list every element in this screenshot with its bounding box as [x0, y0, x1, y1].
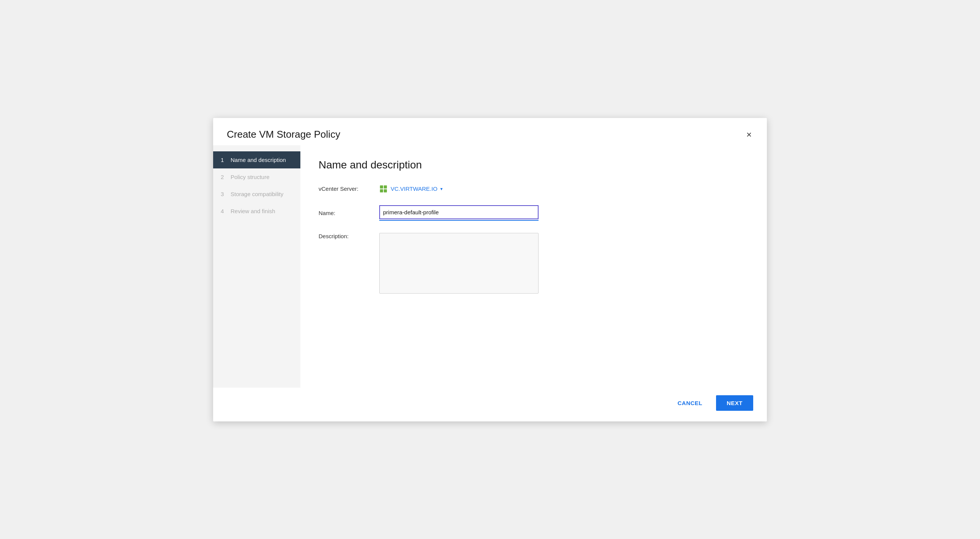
dialog-footer: CANCEL NEXT — [213, 388, 767, 421]
next-button[interactable]: NEXT — [716, 395, 753, 411]
name-input-underline — [379, 220, 539, 221]
step-3-number: 3 — [221, 191, 227, 197]
description-row: Description: — [318, 233, 749, 294]
chevron-down-icon: ▾ — [440, 186, 442, 192]
sidebar-item-policy-structure[interactable]: 2 Policy structure — [213, 169, 301, 186]
name-label: Name: — [318, 210, 379, 216]
svg-rect-2 — [380, 189, 383, 192]
sidebar: 1 Name and description 2 Policy structur… — [213, 145, 301, 388]
step-1-label: Name and description — [231, 157, 286, 163]
svg-rect-3 — [384, 189, 387, 192]
dialog-body: 1 Name and description 2 Policy structur… — [213, 145, 767, 388]
vcenter-server-selector[interactable]: VC.VIRTWARE.IO ▾ — [379, 185, 442, 193]
sidebar-item-review-and-finish[interactable]: 4 Review and finish — [213, 202, 301, 219]
name-row: Name: — [318, 205, 749, 221]
vcenter-label: vCenter Server: — [318, 186, 379, 192]
name-input[interactable] — [380, 207, 538, 217]
name-field-container — [379, 205, 539, 221]
svg-rect-0 — [380, 185, 383, 188]
step-4-label: Review and finish — [231, 208, 275, 214]
sidebar-item-name-and-description[interactable]: 1 Name and description — [213, 151, 301, 169]
main-content: Name and description vCenter Server: VC.… — [301, 145, 767, 388]
vcenter-server-value: VC.VIRTWARE.IO — [391, 186, 437, 192]
close-button[interactable]: × — [745, 129, 753, 141]
step-4-number: 4 — [221, 208, 227, 214]
step-2-number: 2 — [221, 174, 227, 180]
vcenter-icon — [379, 185, 388, 193]
name-field-box — [379, 205, 539, 219]
description-label: Description: — [318, 233, 379, 239]
cancel-button[interactable]: CANCEL — [670, 396, 710, 410]
create-vm-storage-policy-dialog: Create VM Storage Policy × 1 Name and de… — [213, 118, 767, 421]
step-3-label: Storage compatibility — [231, 191, 283, 197]
section-title: Name and description — [318, 159, 749, 171]
svg-rect-1 — [384, 185, 387, 188]
dialog-header: Create VM Storage Policy × — [213, 118, 767, 145]
vcenter-server-row: vCenter Server: VC.VIRTWARE.IO ▾ — [318, 185, 749, 193]
dialog-title: Create VM Storage Policy — [227, 129, 340, 140]
step-2-label: Policy structure — [231, 174, 270, 180]
description-input[interactable] — [379, 233, 539, 294]
step-1-number: 1 — [221, 157, 227, 163]
sidebar-item-storage-compatibility[interactable]: 3 Storage compatibility — [213, 186, 301, 202]
